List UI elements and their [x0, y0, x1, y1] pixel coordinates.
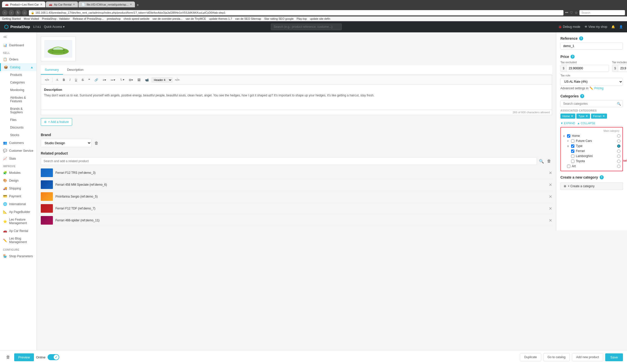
sidebar-item-shop-parameters[interactable]: 🏪 Shop Parameters: [0, 252, 36, 260]
sidebar-item-customer-service[interactable]: 💬 Customer Service: [0, 147, 36, 155]
brand-select[interactable]: Studio Design Ferrari Lamborghini: [41, 139, 91, 147]
bookmark-tinymce[interactable]: van de TinyMCE: [186, 17, 206, 20]
cat-tag-remove-type[interactable]: ✕: [585, 114, 588, 118]
editor-content[interactable]: Description They don't want us to eat. S…: [41, 84, 552, 110]
bookmark-update-site[interactable]: update site defin: [310, 17, 330, 20]
collapse-btn[interactable]: ▲ COLLAPSE: [577, 122, 595, 125]
admin-search-input[interactable]: [271, 24, 342, 30]
tree-checkbox-home[interactable]: [567, 134, 570, 138]
sidebar-item-dashboard[interactable]: 📊 Dashboard: [0, 41, 36, 49]
quick-access-btn[interactable]: Quick Access ▾: [44, 25, 64, 29]
tab-file[interactable]: 📄 file:///D:/CW/car_rental/guide/ap... ✕: [78, 2, 135, 7]
toolbar-font-btn[interactable]: A: [54, 77, 60, 83]
sidebar-item-shipping[interactable]: 🚚 Shipping: [0, 184, 36, 192]
home-btn[interactable]: ⌂: [22, 10, 27, 15]
related-item-remove-btn[interactable]: ✕: [549, 218, 552, 223]
add-new-product-btn[interactable]: Add new product: [572, 353, 603, 361]
add-feature-btn[interactable]: ⊕ + Add a feature: [41, 118, 72, 126]
sidebar-item-customers[interactable]: 👥 Customers: [0, 139, 36, 147]
tax-included-input[interactable]: [618, 65, 627, 72]
sidebar-item-files[interactable]: Files: [7, 116, 36, 124]
cat-tag-remove-ferrari[interactable]: ✕: [602, 114, 605, 118]
reference-input[interactable]: [560, 42, 623, 50]
toolbar-image-btn[interactable]: 🖼: [136, 77, 142, 83]
related-item-remove-btn[interactable]: ✕: [549, 194, 552, 199]
sidebar-item-catalog[interactable]: 📦 Catalog ▲: [0, 63, 36, 71]
related-item-remove-btn[interactable]: ✕: [549, 206, 552, 211]
sidebar-item-leo-feature[interactable]: ⭐ Leo Feature Management: [0, 216, 36, 227]
tree-expand-future[interactable]: >: [567, 139, 570, 142]
brand-delete-btn[interactable]: 🗑: [93, 140, 99, 146]
sidebar-item-stocks[interactable]: Stocks: [7, 131, 36, 139]
toolbar-format-select[interactable]: Header 4 Header 1 Header 2 Header 3 Para…: [152, 77, 172, 82]
tab-apcarrental[interactable]: 🚗 Ap Car Rental ✕: [46, 2, 78, 7]
toolbar-media-btn[interactable]: 📹: [143, 77, 151, 83]
toolbar-align-btn[interactable]: ≡▾: [101, 77, 108, 83]
preview-btn[interactable]: Preview: [14, 353, 34, 361]
create-category-btn[interactable]: ⊕ + Create a category: [560, 182, 623, 190]
bookmark-star-ratting[interactable]: Star ratting SEO google: [264, 17, 294, 20]
toolbar-list-btn[interactable]: ≔▾: [109, 77, 117, 83]
tab-close-btn3[interactable]: ✕: [130, 3, 132, 6]
reload-btn[interactable]: ↻: [15, 10, 21, 15]
back-btn[interactable]: ‹: [2, 10, 8, 15]
related-item-remove-btn[interactable]: ✕: [549, 182, 552, 187]
sidebar-item-payment[interactable]: 💳 Payment: [0, 192, 36, 200]
reference-help-btn[interactable]: ?: [579, 36, 583, 40]
go-to-catalog-btn[interactable]: Go to catalog: [543, 353, 570, 361]
related-clear-btn[interactable]: 🗑: [546, 158, 552, 164]
category-search-input[interactable]: [560, 100, 623, 107]
bookmark-overider[interactable]: van de overider presta...: [152, 17, 183, 20]
online-toggle-switch[interactable]: ✓: [48, 354, 59, 360]
sidebar-item-orders[interactable]: 📋 Orders: [0, 55, 36, 63]
related-item-remove-btn[interactable]: ✕: [549, 170, 552, 175]
forward-btn[interactable]: ›: [9, 10, 14, 15]
user-menu-btn[interactable]: 👤: [619, 25, 623, 29]
sidebar-item-design[interactable]: 🎨 Design: [0, 177, 36, 184]
sidebar-item-products[interactable]: Products: [7, 71, 36, 79]
bookmark-update-themes[interactable]: update themes 1.7: [209, 17, 232, 20]
save-btn[interactable]: Save: [605, 353, 623, 361]
related-search-icon[interactable]: 🔍: [539, 159, 544, 164]
bookmark-checkspeed[interactable]: check speed website: [124, 17, 149, 20]
bookmark-prestashop-validator[interactable]: PrestaShop - Validator: [42, 17, 70, 20]
view-shop-btn[interactable]: 👁 View my shop: [584, 25, 607, 29]
price-help-btn[interactable]: ?: [571, 55, 575, 59]
tree-radio-toyota[interactable]: [617, 160, 620, 163]
tree-radio-future[interactable]: [617, 139, 620, 143]
sidebar-item-stats[interactable]: 📈 Stats: [0, 155, 36, 162]
toolbar-table-btn[interactable]: ⊞▾: [127, 77, 135, 83]
categories-help-btn[interactable]: ?: [580, 94, 584, 98]
toolbar-link-btn[interactable]: 🔗: [93, 77, 100, 83]
tree-radio-lamborghini[interactable]: [617, 155, 620, 158]
more-options-icon[interactable]: •••: [565, 11, 568, 14]
tree-expand-type[interactable]: ∨: [567, 144, 570, 148]
sidebar-item-leo-blog[interactable]: ✏️ Leo Blog Management: [0, 235, 36, 246]
tax-rule-select[interactable]: US-AL Rate (4%) None: [560, 78, 623, 85]
sidebar-item-brands[interactable]: Brands & Suppliers: [7, 105, 36, 116]
expand-btn[interactable]: ▼ EXPAND: [560, 122, 575, 125]
tree-radio-ferrari[interactable]: [617, 149, 620, 153]
star-icon[interactable]: ☆: [575, 11, 578, 15]
toolbar-underline-btn[interactable]: U: [73, 77, 79, 83]
browser-search-input[interactable]: Search: [579, 10, 625, 15]
bookmark-prestashop[interactable]: prestashop: [107, 17, 120, 20]
bookmark-play-top[interactable]: Play-top: [297, 17, 307, 20]
tree-radio-home[interactable]: [617, 134, 620, 138]
tree-radio-art[interactable]: [617, 165, 620, 168]
tax-excluded-input[interactable]: [567, 65, 609, 72]
tree-radio-type[interactable]: [617, 144, 620, 148]
toolbar-blockquote-btn[interactable]: ❝: [87, 77, 92, 83]
bookmark-seo-sitemap[interactable]: van de SEO Sitemap: [235, 17, 261, 20]
tab-close-btn2[interactable]: ✕: [73, 3, 75, 6]
notification-btn[interactable]: 🔔: [611, 25, 615, 29]
tab-summary[interactable]: Summary: [41, 65, 63, 75]
sidebar-item-attributes[interactable]: Attributes & Features: [7, 94, 36, 105]
toolbar-bold-btn[interactable]: B: [61, 77, 67, 83]
tab-description[interactable]: Description: [63, 65, 88, 75]
toolbar-special-btn[interactable]: </>: [173, 77, 181, 83]
bookmark-release[interactable]: Release of PrestaShop...: [73, 17, 104, 20]
sidebar-item-ap-pagebuilder[interactable]: 📐 Ap PageBuilder: [0, 208, 36, 216]
bookmark-icon[interactable]: ♡: [570, 11, 573, 15]
sidebar-item-monitoring[interactable]: Monitoring: [7, 86, 36, 94]
